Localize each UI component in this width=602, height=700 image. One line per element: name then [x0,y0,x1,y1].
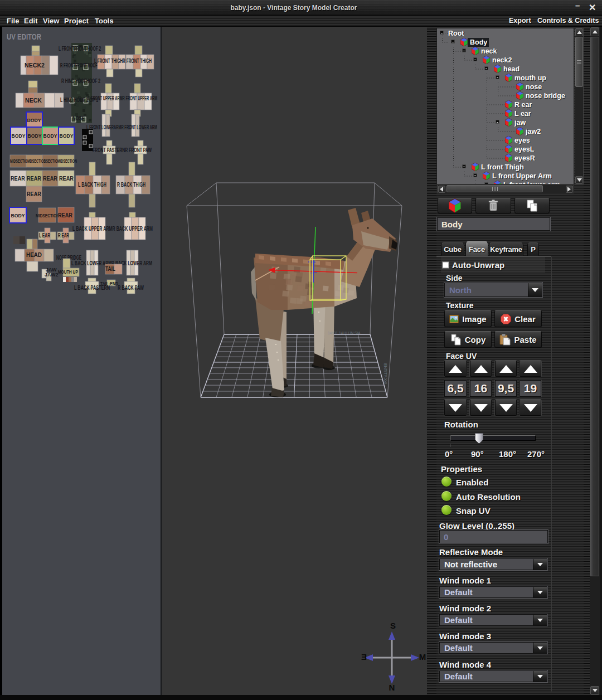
svg-text:REAR: REAR [58,212,73,218]
svg-text:REAR: REAR [27,176,42,182]
svg-text:BODY: BODY [12,133,26,139]
svg-text:ENTITY-X4I: ENTITY-X4I [383,363,387,384]
svg-text:BODY: BODY [27,117,42,123]
svg-text:NECK2: NECK2 [25,62,45,69]
svg-text:TAIL: TAIL [105,266,115,272]
svg-text:E: E [361,652,367,662]
svg-text:HEAD: HEAD [26,252,42,258]
svg-text:BODY: BODY [28,133,42,139]
svg-text:L FRONT UPPER ARMR FRONT UPPER: L FRONT UPPER ARMR FRONT UPPER ARM [88,95,157,101]
svg-text:REAR: REAR [27,191,42,197]
svg-text:R BACK PAW: R BACK PAW [118,285,144,291]
svg-text:MOUTH UP: MOUTH UP [58,269,78,275]
svg-text:JAW2: JAW2 [45,272,59,278]
svg-text:R BACK THIGH: R BACK THIGH [117,182,145,188]
svg-text:NOSE: NOSE [72,115,85,121]
svg-text:L BACK PASTERN: L BACK PASTERN [74,285,110,291]
svg-text:R EAR: R EAR [58,232,69,239]
svg-text:FRONT PASTERNR FRONT PAW: FRONT PASTERNR FRONT PAW [93,147,152,153]
svg-text:S: S [390,621,396,630]
svg-text:L BACK THIGH: L BACK THIGH [78,182,106,188]
svg-text:REAR: REAR [43,176,58,182]
svg-text:14931 14UIUJN SIA: 14931 14UIUJN SIA [328,331,361,335]
svg-text:REAR: REAR [59,176,74,182]
svg-text:MIDSECTIOMDSECTIOBSECTIOMIDSEC: MIDSECTIOMDSECTIOBSECTIOMIDSECTION [10,158,77,164]
svg-text:BODY: BODY [11,212,26,218]
svg-text:BODY: BODY [43,133,58,139]
svg-text:N: N [389,683,395,692]
svg-text:L BACK UPPER ARMR BACK UPPER A: L BACK UPPER ARMR BACK UPPER ARM [72,226,153,232]
svg-text:L FRONTFRONT HOOF 2: L FRONTFRONT HOOF 2 [59,46,101,52]
svg-text:MIDSECTION: MIDSECTION [36,212,59,218]
svg-text:UV EDITOR: UV EDITOR [7,32,41,41]
svg-text:L FRONT THIGHR FRONT THIGH: L FRONT THIGHR FRONT THIGH [94,58,152,64]
svg-text:M: M [419,652,426,662]
svg-text:L EAR: L EAR [39,232,51,239]
svg-text:R HIND HOOFHOOF 2: R HIND HOOFHOOF 2 [61,78,100,84]
svg-text:REAR: REAR [11,176,26,182]
svg-text:BODY: BODY [60,133,74,139]
svg-text:L FRONT LOWERARMR FRONT LOWER: L FRONT LOWERARMR FRONT LOWER ARM [86,124,157,130]
svg-text:NECK: NECK [25,98,42,104]
